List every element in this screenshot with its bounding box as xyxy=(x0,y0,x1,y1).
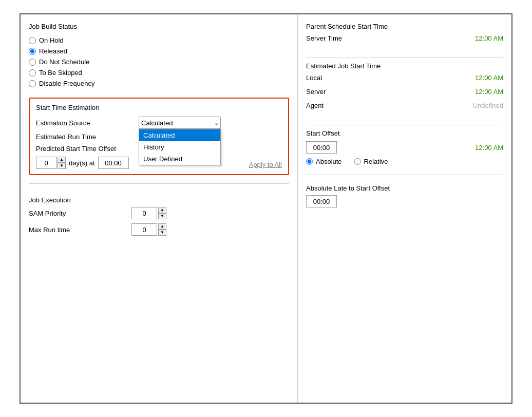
radio-relative-input[interactable] xyxy=(354,158,361,165)
divider-1 xyxy=(29,183,289,184)
start-offset-section: Start Offset 12:00 AM Absolute Relative xyxy=(306,129,503,165)
sam-priority-label: SAM Priority xyxy=(29,210,131,217)
server-row: Server 12:00 AM xyxy=(306,88,503,99)
predicted-start-time-label: Predicted Start Time Offset xyxy=(36,145,139,153)
max-run-time-buttons: ▲ ▼ xyxy=(158,223,166,236)
local-row: Local 12:00 AM xyxy=(306,74,503,85)
estimation-dropdown-list[interactable]: Calculated History User Defined xyxy=(139,129,221,165)
estimation-source-label: Estimation Source xyxy=(36,119,139,127)
server-time-label: Server Time xyxy=(306,34,342,42)
radio-to-be-skipped-input[interactable] xyxy=(29,69,36,77)
start-time-estimation-title: Start Time Estimation xyxy=(36,104,282,111)
time-at-input[interactable] xyxy=(98,157,129,169)
spinner-up-button[interactable]: ▲ xyxy=(58,157,66,163)
parent-schedule-section: Parent Schedule Start Time Server Time 1… xyxy=(306,23,503,48)
offset-time-field[interactable] xyxy=(306,141,337,154)
radio-to-be-skipped[interactable]: To Be Skipped xyxy=(29,69,289,77)
right-divider-2 xyxy=(306,125,503,125)
radio-absolute[interactable]: Absolute xyxy=(306,158,342,165)
estimation-source-wrapper[interactable]: Calculated History User Defined ⌄ Calcul… xyxy=(139,117,221,129)
radio-do-not-schedule[interactable]: Do Not Schedule xyxy=(29,58,289,66)
estimated-job-start-section: Estimated Job Start Time Local 12:00 AM … xyxy=(306,62,503,116)
max-run-time-input[interactable] xyxy=(131,223,157,236)
sam-down-button[interactable]: ▼ xyxy=(158,213,166,219)
estimation-source-select[interactable]: Calculated History User Defined xyxy=(139,117,221,129)
max-down-button[interactable]: ▼ xyxy=(158,230,166,236)
job-build-status-title: Job Build Status xyxy=(29,23,289,30)
radio-on-hold[interactable]: On Hold xyxy=(29,36,289,44)
sam-up-button[interactable]: ▲ xyxy=(158,207,166,213)
radio-to-be-skipped-label: To Be Skipped xyxy=(39,69,82,77)
server-label: Server xyxy=(306,88,326,96)
dropdown-user-defined[interactable]: User Defined xyxy=(139,153,220,165)
agent-row: Agent Undefined xyxy=(306,102,503,112)
max-run-time-row: Max Run time ▲ ▼ xyxy=(29,223,289,236)
radio-disable-frequency-input[interactable] xyxy=(29,80,36,87)
absolute-late-input[interactable] xyxy=(306,195,337,207)
estimated-run-time-label: Estimated Run Time xyxy=(36,133,139,141)
parent-schedule-title: Parent Schedule Start Time xyxy=(306,23,503,30)
max-run-time-spinner[interactable]: ▲ ▼ xyxy=(131,223,166,236)
sam-priority-spinner[interactable]: ▲ ▼ xyxy=(131,207,166,219)
apply-to-all-link[interactable]: Apply to All xyxy=(249,161,282,168)
dropdown-calculated[interactable]: Calculated xyxy=(139,129,220,141)
radio-released[interactable]: Released xyxy=(29,47,289,55)
local-value: 12:00 AM xyxy=(475,74,503,82)
server-value: 12:00 AM xyxy=(475,88,503,96)
max-run-time-label: Max Run time xyxy=(29,226,131,234)
sam-priority-row: SAM Priority ▲ ▼ xyxy=(29,207,289,219)
right-divider-1 xyxy=(306,58,503,58)
radio-absolute-label: Absolute xyxy=(316,158,342,165)
offset-row: 12:00 AM xyxy=(306,141,503,154)
job-execution-title: Job Execution xyxy=(29,196,289,204)
radio-absolute-input[interactable] xyxy=(306,158,313,165)
estimated-job-start-title: Estimated Job Start Time xyxy=(306,62,503,70)
absolute-late-title: Absolute Late to Start Offset xyxy=(306,184,503,192)
absolute-late-section: Absolute Late to Start Offset xyxy=(306,179,503,207)
days-input[interactable] xyxy=(36,157,56,169)
radio-relative[interactable]: Relative xyxy=(354,158,388,165)
start-offset-title: Start Offset xyxy=(306,129,503,137)
radio-relative-label: Relative xyxy=(364,158,388,165)
left-panel: Job Build Status On Hold Released Do Not… xyxy=(21,14,298,403)
offset-time-display: 12:00 AM xyxy=(475,144,503,151)
radio-disable-frequency-label: Disable Frequency xyxy=(39,80,94,87)
radio-disable-frequency[interactable]: Disable Frequency xyxy=(29,80,289,87)
agent-value: Undefined xyxy=(473,102,503,109)
spinner-down-button[interactable]: ▼ xyxy=(58,163,66,169)
offset-time-input[interactable] xyxy=(306,141,337,154)
sam-priority-buttons: ▲ ▼ xyxy=(158,207,166,219)
main-container: Job Build Status On Hold Released Do Not… xyxy=(20,13,512,404)
radio-released-label: Released xyxy=(39,47,67,55)
right-panel: Parent Schedule Start Time Server Time 1… xyxy=(298,14,511,403)
spinner-buttons: ▲ ▼ xyxy=(58,157,66,169)
days-spinner[interactable]: ▲ ▼ xyxy=(36,157,66,169)
sam-priority-input[interactable] xyxy=(131,207,157,219)
server-time-value: 12:00 AM xyxy=(475,34,503,42)
radio-on-hold-label: On Hold xyxy=(39,36,64,44)
estimation-source-row: Estimation Source Calculated History Use… xyxy=(36,117,282,129)
local-label: Local xyxy=(306,74,322,82)
dropdown-history[interactable]: History xyxy=(139,141,220,153)
agent-label: Agent xyxy=(306,102,324,109)
radio-do-not-schedule-input[interactable] xyxy=(29,59,36,66)
server-time-row: Server Time 12:00 AM xyxy=(306,34,503,45)
start-time-estimation-box: Start Time Estimation Estimation Source … xyxy=(29,98,289,175)
days-at-label: day(s) at xyxy=(69,159,95,167)
max-up-button[interactable]: ▲ xyxy=(158,223,166,230)
radio-do-not-schedule-label: Do Not Schedule xyxy=(39,58,89,66)
job-execution-section: Job Execution SAM Priority ▲ ▼ Max Run t… xyxy=(29,196,289,240)
radio-on-hold-input[interactable] xyxy=(29,37,36,44)
absolute-late-input-row xyxy=(306,195,503,207)
offset-radio-row: Absolute Relative xyxy=(306,158,503,165)
radio-released-input[interactable] xyxy=(29,48,36,55)
right-divider-3 xyxy=(306,175,503,175)
job-build-status-group: On Hold Released Do Not Schedule To Be S… xyxy=(29,36,289,87)
